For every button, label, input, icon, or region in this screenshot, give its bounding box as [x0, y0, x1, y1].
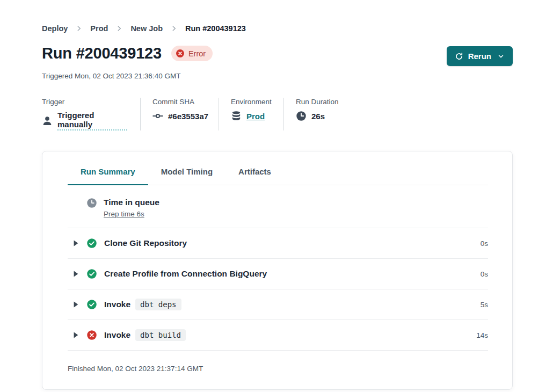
run-detail-page: Deploy Prod New Job Run #200439123 Run #…	[0, 24, 553, 390]
status-badge: Error	[171, 46, 213, 61]
tab-run-summary[interactable]: Run Summary	[68, 167, 148, 185]
queue-title: Time in queue	[104, 198, 159, 207]
environment-link[interactable]: Prod	[246, 112, 265, 121]
step-name: Clone Git Repository	[104, 238, 187, 248]
tab-artifacts[interactable]: Artifacts	[225, 167, 284, 185]
info-commit-sha: Commit SHA #6e3553a7	[152, 98, 219, 130]
breadcrumb-current-run: Run #200439123	[185, 24, 246, 33]
expand-caret-icon[interactable]	[73, 239, 79, 247]
commit-sha-label: Commit SHA	[152, 98, 206, 106]
chevron-down-icon[interactable]	[497, 53, 505, 60]
step-name: Invoke	[104, 330, 130, 340]
step-duration: 0s	[481, 270, 488, 278]
git-commit-icon	[152, 111, 163, 121]
error-circle-icon	[176, 49, 185, 58]
rerun-button-label: Rerun	[468, 52, 491, 61]
error-x-icon	[86, 330, 97, 340]
expand-caret-icon[interactable]	[73, 331, 79, 339]
step-row[interactable]: Create Profile from Connection BigQuery …	[68, 259, 488, 289]
breadcrumb: Deploy Prod New Job Run #200439123	[42, 24, 513, 33]
step-duration: 5s	[481, 301, 488, 309]
clock-icon	[296, 111, 307, 121]
run-duration-value: 26s	[311, 112, 325, 121]
success-check-icon	[86, 238, 97, 249]
step-duration: 14s	[476, 331, 488, 339]
breadcrumb-new-job[interactable]: New Job	[130, 24, 163, 33]
time-in-queue-row: Time in queue Prep time 6s	[68, 185, 488, 228]
step-list: Clone Git Repository 0s Create Profile f…	[68, 228, 488, 351]
info-environment: Environment Prod	[231, 98, 284, 130]
step-duration: 0s	[481, 239, 488, 248]
rerun-button[interactable]: Rerun	[447, 46, 513, 66]
database-icon	[231, 111, 242, 121]
header-row: Run #200439123 Error Rerun	[42, 45, 513, 66]
run-summary-card: Run Summary Model Timing Artifacts Time …	[42, 151, 513, 390]
chevron-right-icon	[115, 25, 123, 32]
run-info-strip: Trigger Triggered manually Commit SHA #6…	[42, 98, 513, 130]
success-check-icon	[86, 268, 97, 279]
person-icon	[42, 115, 53, 126]
run-duration-label: Run Duration	[296, 98, 339, 106]
step-row[interactable]: Invoke dbt build 14s	[68, 320, 488, 351]
breadcrumb-deploy[interactable]: Deploy	[42, 24, 68, 33]
triggered-timestamp: Triggered Mon, 02 Oct 2023 21:36:40 GMT	[42, 72, 513, 80]
commit-sha-value: #6e3553a7	[168, 112, 208, 121]
environment-label: Environment	[231, 98, 271, 106]
trigger-label: Trigger	[42, 98, 127, 106]
info-run-duration: Run Duration 26s	[296, 98, 352, 130]
expand-caret-icon[interactable]	[73, 301, 79, 308]
queue-clock-icon	[86, 198, 97, 208]
info-trigger: Trigger Triggered manually	[42, 98, 141, 130]
tab-model-timing[interactable]: Model Timing	[148, 167, 225, 185]
success-check-icon	[86, 299, 97, 310]
step-name: Create Profile from Connection BigQuery	[104, 269, 267, 279]
page-title: Run #200439123	[42, 45, 162, 62]
expand-caret-icon[interactable]	[73, 270, 79, 278]
prep-time-link[interactable]: Prep time 6s	[104, 210, 144, 218]
breadcrumb-prod[interactable]: Prod	[90, 24, 108, 33]
step-code: dbt deps	[135, 299, 181, 310]
step-row[interactable]: Invoke dbt deps 5s	[68, 289, 488, 320]
trigger-value[interactable]: Triggered manually	[57, 111, 127, 130]
step-row[interactable]: Clone Git Repository 0s	[68, 228, 488, 259]
status-badge-label: Error	[188, 49, 206, 58]
refresh-icon	[455, 52, 463, 61]
chevron-right-icon	[75, 25, 83, 32]
tab-bar: Run Summary Model Timing Artifacts	[68, 151, 488, 185]
step-code: dbt build	[135, 329, 186, 341]
chevron-right-icon	[170, 25, 178, 32]
step-name: Invoke	[104, 300, 130, 309]
finished-timestamp: Finished Mon, 02 Oct 2023 21:37:14 GMT	[68, 351, 488, 389]
